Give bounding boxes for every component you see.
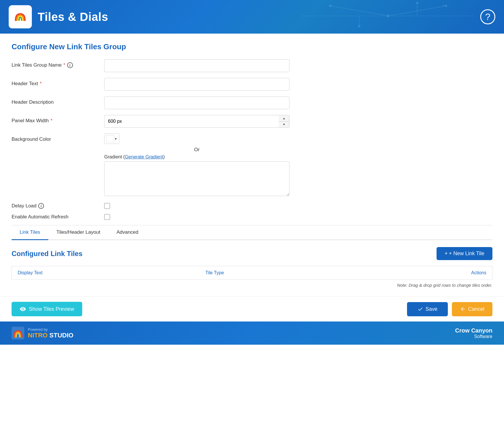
show-tiles-preview-label: Show Tiles Preview: [29, 306, 74, 312]
delay-load-label: Delay Load i: [12, 203, 104, 209]
or-divider: Or: [104, 147, 289, 153]
header-text-row: Header Text *: [12, 78, 492, 91]
background-color-row: Background Color ▼ Or Gradient (Generate…: [12, 134, 492, 197]
eye-icon: [20, 306, 26, 312]
background-color-wrapper: ▼ Or Gradient (Generate Gradient): [104, 134, 289, 197]
link-tiles-group-name-label: Link Tiles Group Name * i: [12, 59, 104, 68]
save-label: Save: [426, 306, 437, 312]
color-swatch: [106, 135, 114, 142]
gradient-label: Gradient (Generate Gradient): [104, 154, 289, 160]
footer-branding-left: Powered by NITRO STUDIO: [12, 327, 74, 339]
panel-max-width-label: Panel Max Width *: [12, 115, 104, 124]
header-text-required: *: [40, 81, 42, 87]
panel-width-required: *: [51, 118, 53, 124]
header-text-input[interactable]: [104, 78, 289, 91]
drag-drop-note: Note: Drag & drop grid rows to change ti…: [12, 280, 492, 288]
enable-refresh-row: Enable Automatic Refresh: [12, 214, 492, 220]
circuit-decoration: [301, 0, 475, 32]
column-header-tile-type: Tile Type: [200, 266, 354, 280]
cancel-button[interactable]: Cancel: [452, 302, 492, 316]
tabs-bar: Link Tiles Tiles/Header Layout Advanced: [12, 225, 492, 240]
nitro-studio-label: NITRO STUDIO: [28, 332, 74, 339]
page-title: Configure New Link Tiles Group: [12, 42, 492, 51]
tiles-table: Display Text Tile Type Actions: [12, 266, 492, 280]
tab-link-tiles[interactable]: Link Tiles: [12, 225, 48, 240]
header-description-row: Header Description: [12, 96, 492, 109]
background-color-label: Background Color: [12, 134, 104, 142]
svg-line-1: [330, 6, 388, 16]
svg-point-7: [416, 2, 418, 4]
svg-point-8: [329, 5, 331, 7]
spinner-up-button[interactable]: ▲: [279, 115, 289, 122]
header-description-label: Header Description: [12, 96, 104, 105]
table-header-row: Display Text Tile Type Actions: [12, 266, 492, 280]
chevron-down-icon: ▼: [114, 137, 117, 140]
enable-refresh-checkbox[interactable]: [104, 214, 110, 220]
svg-point-5: [387, 14, 390, 17]
main-content: Configure New Link Tiles Group Link Tile…: [0, 34, 504, 296]
panel-max-width-spinner: ▲ ▼: [104, 115, 289, 128]
check-icon: [417, 306, 423, 312]
link-tiles-header: Configured Link Tiles + + New Link Tile: [12, 247, 492, 260]
info-icon[interactable]: i: [67, 62, 73, 68]
enable-refresh-label: Enable Automatic Refresh: [12, 214, 104, 220]
tab-tiles-header-layout[interactable]: Tiles/Header Layout: [48, 225, 109, 240]
color-picker-button[interactable]: ▼: [104, 134, 119, 144]
column-header-display-text: Display Text: [12, 266, 200, 280]
spinner-buttons: ▲ ▼: [279, 115, 289, 128]
delay-load-info-icon[interactable]: i: [38, 203, 44, 209]
new-link-tile-button[interactable]: + + New Link Tile: [437, 247, 492, 260]
plus-icon: +: [445, 251, 448, 257]
footer-nitro-text: Powered by NITRO STUDIO: [28, 327, 74, 339]
tabs-container: Link Tiles Tiles/Header Layout Advanced …: [12, 225, 492, 288]
delay-load-checkbox[interactable]: [104, 203, 110, 209]
panel-max-width-input[interactable]: [104, 115, 279, 128]
app-title: Tiles & Dials: [38, 10, 108, 23]
tab-advanced[interactable]: Advanced: [108, 225, 146, 240]
header-description-input[interactable]: [104, 96, 289, 109]
footer-nitro-logo-icon: [12, 327, 24, 339]
help-button[interactable]: ?: [480, 9, 495, 24]
generate-gradient-link[interactable]: Generate Gradient: [125, 154, 163, 159]
show-tiles-preview-button[interactable]: Show Tiles Preview: [12, 302, 82, 316]
svg-point-6: [358, 25, 360, 27]
action-buttons: Save Cancel: [407, 302, 492, 316]
app-header: Tiles & Dials ?: [0, 0, 504, 34]
app-footer: Powered by NITRO STUDIO Crow Canyon Soft…: [0, 321, 504, 345]
column-header-actions: Actions: [354, 266, 492, 280]
configured-link-tiles-title: Configured Link Tiles: [12, 250, 83, 258]
link-tiles-group-name-row: Link Tiles Group Name * i: [12, 59, 492, 72]
footer-branding-right: Crow Canyon Software: [455, 327, 492, 339]
bottom-bar: Show Tiles Preview Save Cancel: [0, 296, 504, 321]
color-picker-row: ▼: [104, 134, 289, 144]
cancel-label: Cancel: [468, 306, 484, 312]
spinner-down-button[interactable]: ▼: [279, 122, 289, 128]
delay-load-row: Delay Load i: [12, 203, 492, 209]
link-tiles-group-name-input[interactable]: [104, 59, 289, 72]
app-logo: [9, 5, 32, 28]
save-button[interactable]: Save: [407, 302, 448, 316]
panel-max-width-row: Panel Max Width * ▲ ▼: [12, 115, 492, 128]
arrow-left-icon: [460, 306, 466, 312]
required-indicator: *: [63, 62, 65, 68]
gradient-textarea[interactable]: [104, 161, 289, 196]
link-tiles-section: Configured Link Tiles + + New Link Tile …: [12, 240, 492, 288]
header-text-label: Header Text *: [12, 78, 104, 87]
